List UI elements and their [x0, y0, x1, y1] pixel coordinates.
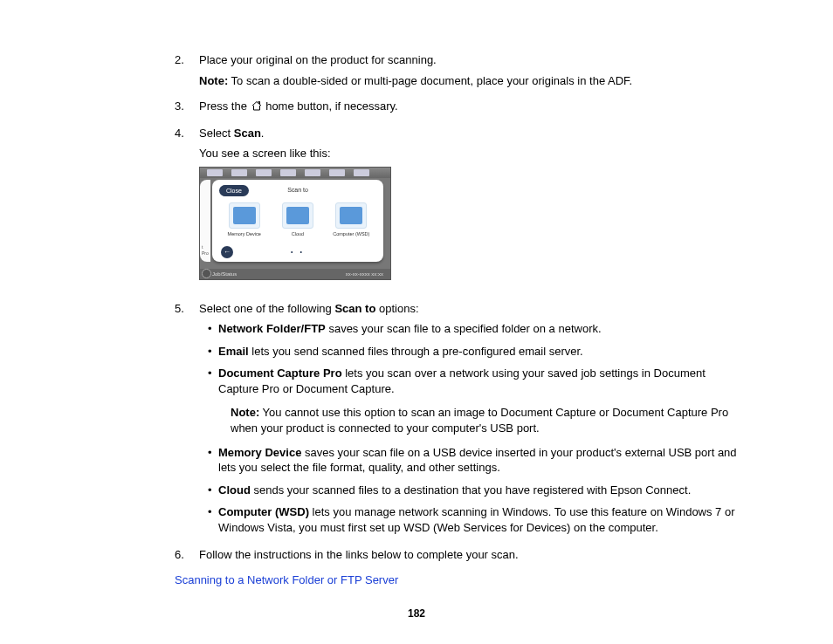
screenshot-bottombar: Job/Status xx-xx-xxxx xx:xx: [200, 269, 390, 279]
option-c-note: Note: You cannot use this option to scan…: [231, 405, 746, 435]
scan-to-screenshot: t Pro Close Scan to Memory Device Cloud …: [199, 167, 391, 280]
datetime-label: xx-xx-xxxx xx:xx: [346, 271, 383, 277]
computer-wsd-option: Computer (WSD): [332, 202, 370, 236]
option-computer-wsd: Computer (WSD) lets you manage network s…: [206, 504, 746, 535]
scanning-network-folder-link[interactable]: Scanning to a Network Folder or FTP Serv…: [175, 573, 746, 586]
step-2-note: Note: To scan a double-sided or multi-pa…: [199, 73, 746, 89]
option-memory-device: Memory Device saves your scan file on a …: [206, 445, 746, 476]
step-2: 2. Place your original on the product fo…: [175, 52, 746, 93]
job-status-label: Job/Status: [212, 271, 237, 277]
page-number: 182: [0, 607, 833, 620]
note-label: Note:: [199, 74, 228, 87]
computer-icon: [335, 202, 367, 229]
memory-device-option: Memory Device: [225, 202, 264, 236]
step-number: 3.: [175, 99, 199, 120]
step-3: 3. Press the home button, if necessary.: [175, 99, 746, 120]
step-number: 4.: [175, 126, 199, 296]
corner-icon: [202, 269, 211, 278]
cloud-option: Cloud: [279, 202, 317, 236]
step-text: Select one of the following Scan to opti…: [199, 301, 746, 317]
note-text: To scan a double-sided or multi-page doc…: [228, 74, 632, 87]
document-page: 2. Place your original on the product fo…: [0, 0, 833, 644]
screenshot-topbar: [200, 168, 390, 178]
step-number: 2.: [175, 52, 199, 93]
scan-to-options-list: Network Folder/FTP saves your scan file …: [206, 321, 746, 535]
cloud-icon: [282, 202, 313, 229]
option-network-folder: Network Folder/FTP saves your scan file …: [206, 321, 746, 337]
step-text: Press the home button, if necessary.: [199, 99, 746, 115]
scan-options-row: Memory Device Cloud Computer (WSD): [212, 202, 383, 236]
home-icon: [251, 99, 263, 115]
screenshot-left-edge: t Pro: [200, 180, 210, 262]
option-email: Email lets you send scanned files throug…: [206, 344, 746, 360]
panel-title: Scan to: [212, 186, 383, 194]
step-4: 4. Select Scan. You see a screen like th…: [175, 126, 746, 296]
step-number: 5.: [175, 301, 199, 543]
step-text: Place your original on the product for s…: [199, 52, 746, 68]
step-5: 5. Select one of the following Scan to o…: [175, 301, 746, 543]
step-text: Select Scan.: [199, 126, 746, 141]
memory-device-icon: [229, 202, 260, 229]
instruction-list: 2. Place your original on the product fo…: [175, 52, 746, 568]
step-text: Follow the instructions in the links bel…: [199, 547, 746, 563]
option-cloud: Cloud sends your scanned files to a dest…: [206, 483, 746, 498]
step-6: 6. Follow the instructions in the links …: [175, 547, 746, 568]
step-number: 6.: [175, 547, 199, 568]
option-document-capture-pro: Document Capture Pro lets you scan over …: [206, 366, 746, 435]
screenshot-panel: Close Scan to Memory Device Cloud Comput…: [212, 180, 383, 262]
step-followup: You see a screen like this:: [199, 146, 746, 161]
pager-dots: • •: [212, 248, 383, 256]
